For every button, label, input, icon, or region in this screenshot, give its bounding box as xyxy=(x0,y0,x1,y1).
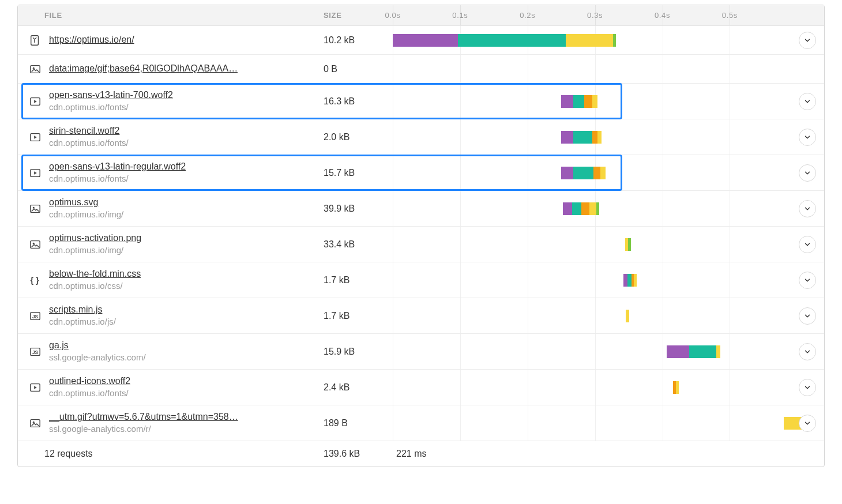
file-cell: sirin-stencil.woff2cdn.optimus.io/fonts/ xyxy=(18,119,324,155)
file-link[interactable]: ga.js xyxy=(49,340,146,352)
file-link[interactable]: sirin-stencil.woff2 xyxy=(49,125,129,137)
waterfall-bar xyxy=(563,202,599,215)
file-cell: open-sans-v13-latin-700.woff2cdn.optimus… xyxy=(18,84,324,119)
timeline-header: 0.0s0.1s0.2s0.3s0.4s0.5s xyxy=(393,5,824,25)
bar-segment-teal xyxy=(627,274,632,287)
expand-button[interactable] xyxy=(799,379,816,396)
bar-segment-purple xyxy=(667,345,690,358)
timeline-tick-label: 0.4s xyxy=(655,5,670,26)
timeline-cell xyxy=(393,334,824,369)
expand-button[interactable] xyxy=(799,32,816,49)
table-row: below-the-fold.min.csscdn.optimus.io/css… xyxy=(18,262,824,298)
waterfall-bar xyxy=(667,345,721,358)
bar-segment-orange xyxy=(592,131,597,144)
bar-segment-green xyxy=(628,238,631,251)
expand-button[interactable] xyxy=(799,236,816,253)
css-icon xyxy=(28,274,42,287)
chevron-down-icon xyxy=(803,205,811,213)
file-link[interactable]: optimus-activation.png xyxy=(49,232,141,245)
file-source: cdn.optimus.io/js/ xyxy=(49,316,116,328)
bar-segment-purple xyxy=(393,34,458,47)
expand-button[interactable] xyxy=(799,129,816,146)
file-link[interactable]: https://optimus.io/en/ xyxy=(49,34,134,46)
file-link[interactable]: open-sans-v13-latin-regular.woff2 xyxy=(49,161,186,173)
image-icon xyxy=(28,63,42,76)
size-cell: 2.0 kB xyxy=(324,119,393,155)
file-link[interactable]: open-sans-v13-latin-700.woff2 xyxy=(49,89,173,101)
font-icon xyxy=(28,167,42,179)
table-row: optimus-activation.pngcdn.optimus.io/img… xyxy=(18,227,824,262)
bar-segment-green xyxy=(613,34,616,47)
file-link[interactable]: data:image/gif;base64,R0lGODlhAQABAAA… xyxy=(49,63,238,75)
file-link[interactable]: optimus.svg xyxy=(49,197,123,209)
bar-segment-yellow xyxy=(592,95,597,108)
file-source: cdn.optimus.io/fonts/ xyxy=(49,101,173,113)
waterfall-bar xyxy=(623,274,637,287)
bar-segment-teal xyxy=(689,345,716,358)
size-cell: 10.2 kB xyxy=(324,26,393,54)
size-cell: 33.4 kB xyxy=(324,227,393,262)
file-source: cdn.optimus.io/fonts/ xyxy=(49,388,130,399)
file-cell: ga.jsssl.google-analytics.com/ xyxy=(18,334,324,369)
table-row: optimus.svgcdn.optimus.io/img/39.9 kB xyxy=(18,191,824,227)
file-source: cdn.optimus.io/img/ xyxy=(49,245,141,256)
expand-button[interactable] xyxy=(799,93,816,110)
bar-segment-teal xyxy=(573,167,593,179)
size-cell: 0 B xyxy=(324,55,393,83)
file-cell: below-the-fold.min.csscdn.optimus.io/css… xyxy=(18,262,324,298)
timeline-cell xyxy=(393,84,824,119)
expand-button[interactable] xyxy=(799,343,816,360)
file-cell: open-sans-v13-latin-regular.woff2cdn.opt… xyxy=(18,155,324,190)
bar-segment-teal xyxy=(572,202,581,215)
timeline-cell xyxy=(393,191,824,226)
timeline-tick-label: 0.0s xyxy=(385,5,400,26)
timeline-tick-label: 0.5s xyxy=(722,5,738,26)
summary-size: 139.6 kB xyxy=(324,441,393,467)
bar-segment-orange xyxy=(584,95,592,108)
chevron-down-icon xyxy=(803,240,811,249)
font-icon xyxy=(28,381,42,394)
file-cell: __utm.gif?utmwv=5.6.7&utms=1&utmn=358…ss… xyxy=(18,405,324,441)
timeline-cell xyxy=(393,55,824,83)
timeline-tick-label: 0.1s xyxy=(452,5,468,26)
timeline-tick-label: 0.2s xyxy=(520,5,535,26)
expand-button[interactable] xyxy=(799,272,816,289)
table-row: data:image/gif;base64,R0lGODlhAQABAAA…0 … xyxy=(18,55,824,84)
file-source: cdn.optimus.io/img/ xyxy=(49,209,123,220)
expand-button[interactable] xyxy=(799,164,816,182)
file-link[interactable]: below-the-fold.min.css xyxy=(49,268,141,280)
chevron-down-icon xyxy=(803,348,811,356)
timeline-cell xyxy=(393,370,824,405)
table-row: open-sans-v13-latin-regular.woff2cdn.opt… xyxy=(18,155,824,191)
bar-segment-yellow xyxy=(626,310,629,322)
chevron-down-icon xyxy=(803,36,811,44)
bar-segment-yellow xyxy=(597,131,602,144)
timeline-cell xyxy=(393,227,824,262)
bar-segment-teal xyxy=(573,131,592,144)
table-row: open-sans-v13-latin-700.woff2cdn.optimus… xyxy=(18,84,824,119)
file-source: cdn.optimus.io/css/ xyxy=(49,280,141,292)
bar-segment-teal xyxy=(458,34,566,47)
bar-segment-orange xyxy=(581,202,589,215)
timeline-cell xyxy=(393,262,824,298)
waterfall-bar xyxy=(673,381,678,394)
expand-button[interactable] xyxy=(799,307,816,325)
file-link[interactable]: scripts.min.js xyxy=(49,304,116,316)
file-column-header: FILE xyxy=(18,5,324,25)
table-row: ga.jsssl.google-analytics.com/15.9 kB xyxy=(18,334,824,370)
bar-segment-yellow xyxy=(634,274,637,287)
file-link[interactable]: __utm.gif?utmwv=5.6.7&utms=1&utmn=358… xyxy=(49,411,238,423)
file-cell: optimus.svgcdn.optimus.io/img/ xyxy=(18,191,324,226)
chevron-down-icon xyxy=(803,276,811,284)
file-cell: outlined-icons.woff2cdn.optimus.io/fonts… xyxy=(18,370,324,405)
timeline-cell xyxy=(393,405,824,441)
bar-segment-purple xyxy=(563,202,572,215)
table-row: https://optimus.io/en/10.2 kB xyxy=(18,26,824,55)
expand-button[interactable] xyxy=(799,200,816,217)
expand-button[interactable] xyxy=(799,415,816,432)
font-icon xyxy=(28,131,42,144)
timeline-cell xyxy=(393,119,824,155)
file-link[interactable]: outlined-icons.woff2 xyxy=(49,375,130,388)
file-source: cdn.optimus.io/fonts/ xyxy=(49,173,186,185)
size-cell: 15.7 kB xyxy=(324,155,393,190)
